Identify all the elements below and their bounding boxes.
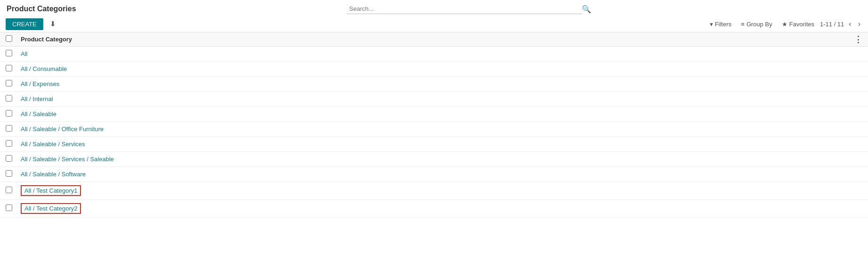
download-button[interactable]: ⬇ xyxy=(47,18,59,30)
pagination-count: 1-11 / 11 xyxy=(820,21,844,28)
row-checkbox-wrap[interactable] xyxy=(6,187,17,195)
list-item[interactable]: All xyxy=(0,47,868,62)
filters-button[interactable]: ▾ Filters xyxy=(706,19,735,30)
groupby-icon: ≡ xyxy=(741,21,745,28)
row-checkbox-wrap[interactable] xyxy=(6,95,17,103)
list-item[interactable]: All / Saleable / Office Furniture xyxy=(0,122,868,137)
row-checkbox-wrap[interactable] xyxy=(6,50,17,58)
filter-icon: ▾ xyxy=(710,21,713,28)
row-checkbox-wrap[interactable] xyxy=(6,110,17,118)
row-checkbox[interactable] xyxy=(6,80,12,86)
page-title: Product Categories xyxy=(7,5,76,13)
search-input[interactable] xyxy=(346,4,582,14)
row-checkbox[interactable] xyxy=(6,95,12,102)
toolbar: CREATE ⬇ ▾ Filters ≡ Group By ★ Favorite… xyxy=(0,16,868,32)
pagination: 1-11 / 11 ‹ › xyxy=(820,19,862,29)
list-item[interactable]: All / Saleable / Services xyxy=(0,137,868,152)
row-checkbox-wrap[interactable] xyxy=(6,170,17,178)
row-value: All / Saleable / Software xyxy=(21,171,862,178)
header-checkbox-wrap[interactable] xyxy=(6,35,17,43)
filters-label: Filters xyxy=(715,21,731,28)
list-header: Product Category ⋮ xyxy=(0,32,868,47)
row-checkbox[interactable] xyxy=(6,155,12,162)
search-wrapper: 🔍 xyxy=(76,4,861,14)
row-value: All / Saleable / Office Furniture xyxy=(21,126,862,133)
options-icon[interactable]: ⋮ xyxy=(854,34,862,45)
row-checkbox[interactable] xyxy=(6,110,12,117)
row-value: All / Saleable / Services xyxy=(21,141,862,148)
favorites-icon: ★ xyxy=(782,21,788,28)
list-item[interactable]: All / Internal xyxy=(0,92,868,107)
groupby-button[interactable]: ≡ Group By xyxy=(737,19,776,30)
row-checkbox-wrap[interactable] xyxy=(6,140,17,148)
list-item[interactable]: All / Saleable xyxy=(0,107,868,122)
list-item[interactable]: All / Consumable xyxy=(0,62,868,77)
row-value: All / Internal xyxy=(21,95,862,102)
row-checkbox[interactable] xyxy=(6,50,12,56)
row-checkbox-wrap[interactable] xyxy=(6,65,17,73)
row-value: All xyxy=(21,50,862,57)
list-item[interactable]: All / Saleable / Services / Saleable xyxy=(0,152,868,167)
list-item[interactable]: All / Saleable / Software xyxy=(0,167,868,182)
column-header-label: Product Category xyxy=(21,36,862,43)
row-checkbox-wrap[interactable] xyxy=(6,155,17,163)
list-item[interactable]: All / Test Category1 xyxy=(0,182,868,200)
row-checkbox-wrap[interactable] xyxy=(6,80,17,88)
row-value: All / Consumable xyxy=(21,65,862,72)
row-value: All / Test Category2 xyxy=(21,203,862,214)
row-checkbox[interactable] xyxy=(6,125,12,132)
row-checkbox-wrap[interactable] xyxy=(6,204,17,212)
row-value: All / Saleable xyxy=(21,110,862,118)
list-item[interactable]: All / Test Category2 xyxy=(0,200,868,218)
create-button[interactable]: CREATE xyxy=(6,18,43,30)
row-checkbox[interactable] xyxy=(6,204,12,211)
prev-page-button[interactable]: ‹ xyxy=(847,19,853,29)
row-checkbox-wrap[interactable] xyxy=(6,125,17,133)
row-value: All / Saleable / Services / Saleable xyxy=(21,156,862,163)
favorites-button[interactable]: ★ Favorites xyxy=(778,19,818,30)
list-item[interactable]: All / Expenses xyxy=(0,77,868,92)
row-value: All / Test Category1 xyxy=(21,185,862,196)
row-checkbox[interactable] xyxy=(6,187,12,193)
row-checkbox[interactable] xyxy=(6,170,12,177)
toolbar-right: ▾ Filters ≡ Group By ★ Favorites 1-11 / … xyxy=(706,19,862,30)
row-value: All / Expenses xyxy=(21,80,862,87)
select-all-checkbox[interactable] xyxy=(6,35,12,42)
next-page-button[interactable]: › xyxy=(856,19,862,29)
favorites-label: Favorites xyxy=(789,21,814,28)
list-container: AllAll / ConsumableAll / ExpensesAll / I… xyxy=(0,47,868,218)
search-icon-button[interactable]: 🔍 xyxy=(582,5,591,14)
row-checkbox[interactable] xyxy=(6,140,12,147)
header-area: Product Categories 🔍 xyxy=(0,0,868,16)
row-checkbox[interactable] xyxy=(6,65,12,71)
groupby-label: Group By xyxy=(747,21,772,28)
